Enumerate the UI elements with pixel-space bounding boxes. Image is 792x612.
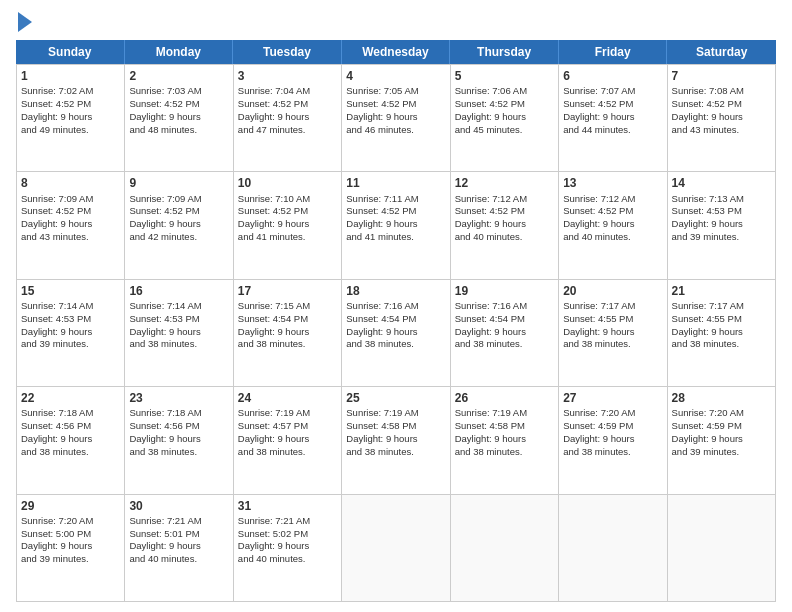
day-info-line: Sunrise: 7:16 AM [455, 300, 554, 313]
cal-cell-17: 17Sunrise: 7:15 AMSunset: 4:54 PMDayligh… [234, 280, 342, 387]
day-info-line: and 38 minutes. [238, 338, 337, 351]
day-number: 23 [129, 390, 228, 406]
day-info-line: Sunset: 4:52 PM [238, 98, 337, 111]
cal-cell-3: 3Sunrise: 7:04 AMSunset: 4:52 PMDaylight… [234, 65, 342, 172]
day-number: 2 [129, 68, 228, 84]
day-info-line: Sunrise: 7:20 AM [672, 407, 771, 420]
day-info-line: Sunrise: 7:18 AM [129, 407, 228, 420]
header-day-saturday: Saturday [667, 40, 776, 64]
day-info-line: Sunrise: 7:21 AM [238, 515, 337, 528]
cal-cell-empty [451, 495, 559, 602]
day-number: 20 [563, 283, 662, 299]
day-info-line: Daylight: 9 hours [563, 218, 662, 231]
day-info-line: Sunset: 4:59 PM [672, 420, 771, 433]
cal-cell-22: 22Sunrise: 7:18 AMSunset: 4:56 PMDayligh… [17, 387, 125, 494]
cal-cell-empty [559, 495, 667, 602]
day-number: 8 [21, 175, 120, 191]
day-info-line: Daylight: 9 hours [238, 326, 337, 339]
day-number: 3 [238, 68, 337, 84]
day-info-line: and 38 minutes. [238, 446, 337, 459]
cal-row-4: 22Sunrise: 7:18 AMSunset: 4:56 PMDayligh… [17, 387, 776, 494]
day-number: 18 [346, 283, 445, 299]
day-number: 21 [672, 283, 771, 299]
day-info-line: Daylight: 9 hours [672, 218, 771, 231]
day-info-line: Daylight: 9 hours [563, 326, 662, 339]
day-info-line: Daylight: 9 hours [21, 540, 120, 553]
day-info-line: Sunrise: 7:19 AM [455, 407, 554, 420]
day-info-line: Daylight: 9 hours [346, 111, 445, 124]
day-info-line: Sunrise: 7:14 AM [21, 300, 120, 313]
day-info-line: Daylight: 9 hours [21, 433, 120, 446]
day-info-line: Sunrise: 7:12 AM [455, 193, 554, 206]
day-number: 4 [346, 68, 445, 84]
day-info-line: Sunset: 4:52 PM [346, 205, 445, 218]
day-number: 5 [455, 68, 554, 84]
day-number: 15 [21, 283, 120, 299]
cal-cell-8: 8Sunrise: 7:09 AMSunset: 4:52 PMDaylight… [17, 172, 125, 279]
day-info-line: Sunrise: 7:19 AM [346, 407, 445, 420]
day-info-line: Sunset: 5:01 PM [129, 528, 228, 541]
day-info-line: Sunrise: 7:14 AM [129, 300, 228, 313]
day-info-line: and 38 minutes. [129, 338, 228, 351]
day-info-line: Sunrise: 7:13 AM [672, 193, 771, 206]
day-info-line: Daylight: 9 hours [129, 326, 228, 339]
cal-cell-1: 1Sunrise: 7:02 AMSunset: 4:52 PMDaylight… [17, 65, 125, 172]
day-info-line: Daylight: 9 hours [238, 540, 337, 553]
cal-cell-empty [342, 495, 450, 602]
day-info-line: Daylight: 9 hours [129, 111, 228, 124]
cal-cell-11: 11Sunrise: 7:11 AMSunset: 4:52 PMDayligh… [342, 172, 450, 279]
cal-cell-29: 29Sunrise: 7:20 AMSunset: 5:00 PMDayligh… [17, 495, 125, 602]
cal-cell-5: 5Sunrise: 7:06 AMSunset: 4:52 PMDaylight… [451, 65, 559, 172]
logo-arrow-icon [18, 12, 32, 32]
day-info-line: and 48 minutes. [129, 124, 228, 137]
day-info-line: and 39 minutes. [21, 553, 120, 566]
day-info-line: Sunset: 4:52 PM [21, 205, 120, 218]
day-info-line: and 49 minutes. [21, 124, 120, 137]
header-day-thursday: Thursday [450, 40, 559, 64]
day-info-line: Sunrise: 7:17 AM [563, 300, 662, 313]
day-info-line: Daylight: 9 hours [563, 433, 662, 446]
day-info-line: and 46 minutes. [346, 124, 445, 137]
day-info-line: and 41 minutes. [346, 231, 445, 244]
cal-cell-13: 13Sunrise: 7:12 AMSunset: 4:52 PMDayligh… [559, 172, 667, 279]
day-info-line: Sunset: 4:52 PM [563, 205, 662, 218]
day-number: 7 [672, 68, 771, 84]
cal-cell-15: 15Sunrise: 7:14 AMSunset: 4:53 PMDayligh… [17, 280, 125, 387]
cal-cell-20: 20Sunrise: 7:17 AMSunset: 4:55 PMDayligh… [559, 280, 667, 387]
day-number: 28 [672, 390, 771, 406]
cal-row-3: 15Sunrise: 7:14 AMSunset: 4:53 PMDayligh… [17, 280, 776, 387]
day-number: 27 [563, 390, 662, 406]
day-info-line: Sunset: 4:52 PM [21, 98, 120, 111]
day-number: 31 [238, 498, 337, 514]
cal-row-2: 8Sunrise: 7:09 AMSunset: 4:52 PMDaylight… [17, 172, 776, 279]
calendar-header: SundayMondayTuesdayWednesdayThursdayFrid… [16, 40, 776, 64]
day-info-line: and 38 minutes. [129, 446, 228, 459]
cal-cell-16: 16Sunrise: 7:14 AMSunset: 4:53 PMDayligh… [125, 280, 233, 387]
day-info-line: Daylight: 9 hours [21, 218, 120, 231]
day-info-line: Sunset: 4:52 PM [129, 98, 228, 111]
day-info-line: Sunrise: 7:11 AM [346, 193, 445, 206]
cal-cell-18: 18Sunrise: 7:16 AMSunset: 4:54 PMDayligh… [342, 280, 450, 387]
day-info-line: Sunset: 4:52 PM [672, 98, 771, 111]
calendar-body: 1Sunrise: 7:02 AMSunset: 4:52 PMDaylight… [16, 64, 776, 602]
page: SundayMondayTuesdayWednesdayThursdayFrid… [0, 0, 792, 612]
day-info-line: Daylight: 9 hours [238, 218, 337, 231]
cal-cell-24: 24Sunrise: 7:19 AMSunset: 4:57 PMDayligh… [234, 387, 342, 494]
day-info-line: and 38 minutes. [346, 338, 445, 351]
day-info-line: Sunset: 5:00 PM [21, 528, 120, 541]
day-info-line: and 47 minutes. [238, 124, 337, 137]
day-info-line: and 40 minutes. [455, 231, 554, 244]
day-info-line: Sunrise: 7:16 AM [346, 300, 445, 313]
day-info-line: Sunset: 4:53 PM [129, 313, 228, 326]
day-number: 24 [238, 390, 337, 406]
day-info-line: and 38 minutes. [346, 446, 445, 459]
day-info-line: Sunrise: 7:17 AM [672, 300, 771, 313]
day-info-line: Sunrise: 7:02 AM [21, 85, 120, 98]
day-info-line: Daylight: 9 hours [21, 111, 120, 124]
day-info-line: and 38 minutes. [21, 446, 120, 459]
cal-cell-10: 10Sunrise: 7:10 AMSunset: 4:52 PMDayligh… [234, 172, 342, 279]
header-day-sunday: Sunday [16, 40, 125, 64]
cal-cell-12: 12Sunrise: 7:12 AMSunset: 4:52 PMDayligh… [451, 172, 559, 279]
day-info-line: Sunset: 4:57 PM [238, 420, 337, 433]
day-info-line: Sunset: 4:58 PM [346, 420, 445, 433]
